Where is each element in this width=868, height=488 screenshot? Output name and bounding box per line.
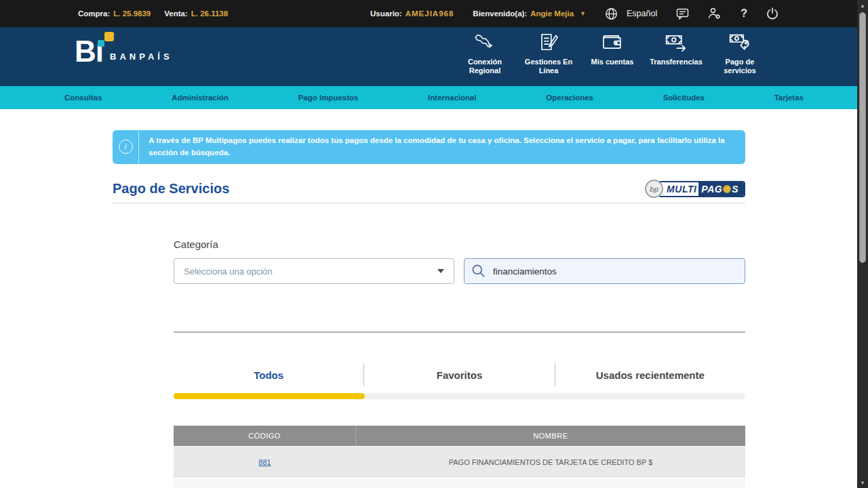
coin-icon [723, 185, 731, 193]
nav-label: Pago de servicios [709, 58, 770, 75]
search-input[interactable] [493, 266, 724, 277]
topbar: Compra: L. 25.9839 Venta: L. 26.1138 Usu… [0, 0, 868, 27]
banknote-tag-icon [728, 33, 751, 54]
chevron-down-icon: ▼ [580, 10, 586, 17]
table-header: CÓDIGO NOMBRE [174, 426, 745, 446]
vertical-scrollbar[interactable]: ▲ ▼ [857, 0, 868, 488]
bp-badge-icon: bp [645, 180, 663, 198]
language-label: Español [627, 9, 657, 18]
help-icon[interactable]: ? [741, 7, 747, 20]
info-icon: i [119, 140, 133, 154]
language-selector[interactable]: Español [605, 7, 657, 20]
bank-name: BANPAÍS [110, 52, 173, 62]
service-name: PAGO FINANCIAMIENTOS DE TARJETA DE CREDI… [356, 447, 745, 478]
service-code-link[interactable]: 881 [258, 458, 271, 466]
category-placeholder: Selecciona una opción [184, 266, 273, 277]
multipagos-multi: MULTI [660, 182, 698, 196]
map-icon [473, 33, 497, 54]
chevron-down-icon [437, 269, 444, 273]
banknote-arrow-icon [665, 33, 688, 54]
bienvenido-value: Angie Mejia [530, 9, 574, 18]
compra-value: L. 25.9839 [113, 9, 151, 18]
nav-label: Gestiones En Línea [518, 58, 579, 75]
tab-indicator [174, 393, 365, 399]
menu-item-pago-impuestos[interactable]: Pago Impuestos [298, 94, 359, 102]
column-header-nombre: NOMBRE [356, 426, 745, 446]
logo-teal-square [98, 40, 104, 47]
services-table: CÓDIGO NOMBRE 881 PAGO FINANCIAMIENTOS D… [174, 426, 745, 488]
search-icon [471, 264, 486, 279]
document-pencil-icon [538, 33, 559, 54]
scroll-up-icon[interactable]: ▲ [857, 0, 868, 11]
category-select[interactable]: Selecciona una opción [174, 258, 454, 284]
logo-bi: Bı [75, 38, 103, 65]
tab-favoritos[interactable]: Favoritos [363, 363, 554, 386]
venta-label: Venta: [164, 9, 188, 18]
menu-item-solicitudes[interactable]: Solicitudes [663, 94, 705, 102]
section-divider [174, 331, 745, 333]
wallet-icon [601, 33, 624, 54]
table-row-partial [174, 479, 745, 488]
nav-label: Conexión Regional [454, 58, 515, 75]
info-banner-text: A través de BP Multipagos puedes realiza… [139, 130, 745, 164]
info-banner: i A través de BP Multipagos puedes reali… [113, 130, 745, 164]
page-title: Pago de Servicios [113, 181, 229, 197]
usuario-value: AMEJIA968 [406, 9, 454, 18]
menu-item-tarjetas[interactable]: Tarjetas [774, 94, 804, 102]
header-nav: Conexión Regional Gestiones En Línea [454, 33, 770, 75]
nav-mis-cuentas[interactable]: Mis cuentas [582, 33, 643, 75]
globe-icon [605, 7, 618, 20]
search-box [464, 258, 745, 284]
menu-item-consultas[interactable]: Consultas [64, 94, 102, 102]
logo-gold-square [104, 32, 114, 41]
menu-item-administracion[interactable]: Administración [172, 94, 229, 102]
scrollbar-thumb[interactable] [859, 12, 866, 263]
column-header-codigo: CÓDIGO [174, 426, 356, 446]
menu-bar: Consultas Administración Pago Impuestos … [0, 86, 868, 109]
tab-usados-recientemente[interactable]: Usados recientemente [555, 363, 745, 386]
menu-item-operaciones[interactable]: Operaciones [546, 94, 593, 102]
nav-conexion-regional[interactable]: Conexión Regional [454, 33, 515, 75]
tabs: Todos Favoritos Usados recientemente [174, 363, 745, 386]
compra-label: Compra: [78, 9, 110, 18]
tab-todos[interactable]: Todos [174, 363, 363, 386]
user-menu[interactable]: Bienvenido(a): Angie Mejia ▼ [473, 9, 586, 18]
nav-label: Mis cuentas [591, 58, 634, 66]
usuario-label: Usuario: [370, 9, 402, 18]
power-icon[interactable] [766, 7, 778, 20]
user-settings-icon[interactable] [708, 7, 722, 20]
venta-value: L. 26.1138 [191, 9, 228, 18]
nav-label: Transferencias [650, 58, 703, 66]
multipagos-pagos: PAGS [698, 182, 744, 196]
main-header: Bı BANPAÍS Conexión Regional Gestiones E… [0, 27, 868, 86]
nav-pago-servicios[interactable]: Pago de servicios [709, 33, 770, 75]
tab-indicator-track [174, 393, 745, 399]
info-icon-box: i [113, 130, 139, 164]
category-label: Categoría [174, 239, 218, 250]
scroll-down-icon[interactable]: ▼ [857, 477, 868, 488]
nav-gestiones-en-linea[interactable]: Gestiones En Línea [518, 33, 579, 75]
multipagos-logo: bp MULTI PAGS [645, 180, 745, 198]
nav-transferencias[interactable]: Transferencias [646, 33, 707, 75]
exchange-rates: Compra: L. 25.9839 Venta: L. 26.1138 [78, 9, 228, 18]
messages-icon[interactable] [676, 8, 689, 20]
table-row: 881 PAGO FINANCIAMIENTOS DE TARJETA DE C… [174, 447, 745, 478]
banpais-logo[interactable]: Bı BANPAÍS [75, 38, 173, 65]
bienvenido-label: Bienvenido(a): [473, 9, 527, 18]
menu-item-internacional[interactable]: Internacional [428, 94, 477, 102]
title-row: Pago de Servicios bp MULTI PAGS [113, 175, 745, 203]
